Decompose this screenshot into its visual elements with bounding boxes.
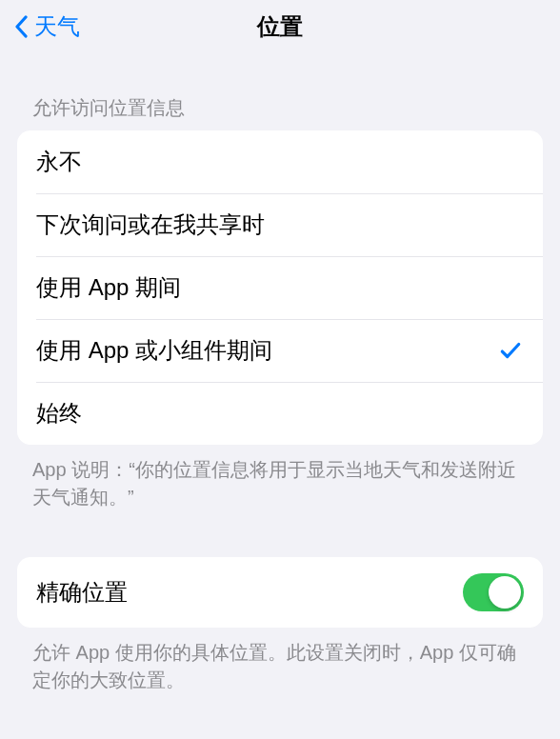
option-label: 始终 — [36, 398, 82, 429]
nav-bar: 天气 位置 — [0, 0, 560, 53]
back-label: 天气 — [34, 11, 80, 42]
back-button[interactable]: 天气 — [8, 11, 80, 42]
page-title: 位置 — [0, 11, 560, 42]
option-while-using-or-widgets[interactable]: 使用 App 或小组件期间 — [17, 319, 543, 382]
option-while-using[interactable]: 使用 App 期间 — [17, 256, 543, 319]
option-label: 使用 App 期间 — [36, 272, 181, 303]
access-options-group: 永不 下次询问或在我共享时 使用 App 期间 使用 App 或小组件期间 始终 — [17, 130, 543, 445]
precise-location-label: 精确位置 — [36, 577, 128, 608]
option-ask-next-time[interactable]: 下次询问或在我共享时 — [17, 193, 543, 256]
precise-location-group: 精确位置 — [17, 557, 543, 628]
precise-section-footer: 允许 App 使用你的具体位置。此设置关闭时，App 仅可确定你的大致位置。 — [0, 628, 560, 694]
option-label: 下次询问或在我共享时 — [36, 210, 265, 240]
checkmark-icon — [497, 337, 524, 364]
precise-location-row[interactable]: 精确位置 — [17, 557, 543, 628]
chevron-left-icon — [8, 13, 34, 40]
option-label: 永不 — [36, 147, 82, 177]
option-label: 使用 App 或小组件期间 — [36, 335, 272, 366]
access-section-footer: App 说明：“你的位置信息将用于显示当地天气和发送附近天气通知。” — [0, 445, 560, 511]
option-always[interactable]: 始终 — [17, 382, 543, 445]
access-section-header: 允许访问位置信息 — [0, 53, 560, 130]
precise-location-toggle[interactable] — [463, 573, 524, 611]
option-never[interactable]: 永不 — [17, 130, 543, 193]
